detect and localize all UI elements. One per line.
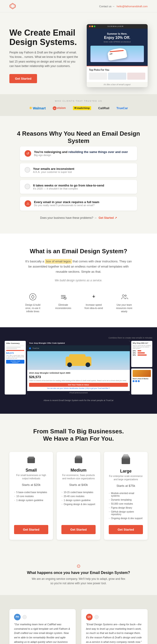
showcase-caption: Above is recent Email Design System work… [5, 396, 152, 404]
showcase-center-panel: Your Jeep Wrangler Offer Code Updated Tr… [27, 341, 130, 394]
logo-invision: invision [53, 106, 66, 110]
plan-small-icon [28, 458, 35, 463]
plan-medium-icon [75, 458, 82, 463]
mockup-brand: SUNWALKER [108, 25, 124, 28]
pricing-features-medium: 10-15 coded base templates 20-40 core mo… [62, 490, 96, 520]
pricing-features-large: Module-oriented email systems Dynamic te… [109, 491, 143, 520]
feature-3: Increase speed from idea-to-send [83, 292, 104, 313]
trusted-section: WHO CLIENTS THAT TRUSTED US ✳ Walmart in… [0, 94, 157, 116]
nav-email[interactable]: hello@fathomanddraft.com [117, 5, 148, 8]
reasons-title: 4 Reasons Why You Need an Email Design S… [9, 130, 148, 144]
testimonial-2-avatar-row: ER [86, 614, 143, 620]
reason-text-1: You're redesigning and rebuilding the sa… [34, 150, 128, 156]
logo-walmart: ✳ Walmart [29, 106, 46, 110]
speed-icon [89, 292, 98, 302]
svg-point-2 [30, 294, 36, 300]
promo-line1: Summer Is Here. [90, 32, 144, 35]
pricing-cards: Small For small businesses or high outpu… [9, 452, 148, 540]
logo-mailchimp: ✉ mailchimp [73, 106, 91, 110]
what-is-para1: It's basically a box of email legos that… [24, 259, 132, 274]
hero-title: We Create Email Design Systems. [9, 28, 80, 46]
svg-marker-1 [11, 4, 14, 8]
eliminate-icon [58, 292, 68, 302]
pricing-cta-small[interactable]: Get Started [14, 525, 48, 534]
svg-rect-3 [61, 295, 66, 296]
nav-contact: Contact us → hello@fathomanddraft.com [99, 4, 148, 8]
design-icon [28, 292, 38, 302]
testimonial-1-avatar-row: PH [14, 614, 71, 620]
testimonial-2-text: "Email Design Systems are—bang for buck—… [86, 622, 143, 644]
faq-icon: ⊙ [9, 563, 148, 569]
logo[interactable] [9, 3, 16, 9]
top-picks-label: Top Picks For You [89, 69, 145, 71]
features-row: Design & build once, re-use it infinite … [9, 292, 148, 313]
showcase-combine-label: Combine them to create new emails in min… [5, 337, 152, 339]
hero-cta-button[interactable]: Get Started [9, 74, 37, 83]
avatar-2: ER [86, 614, 92, 620]
what-is-title: What is an Email Design System? [9, 248, 148, 255]
svg-rect-5 [61, 298, 64, 298]
testimonials-grid: PH "Our marketing team here at CallRail … [9, 609, 148, 644]
svg-point-9 [122, 295, 124, 296]
pricing-cta-large[interactable]: Get Started [109, 525, 143, 534]
pricing-card-large: Large For enterprise scale ecommerce and… [104, 452, 148, 540]
promo-line2: Enjoy 10% Off. [90, 36, 144, 40]
promo-code: Enter code SPRING at checkout [90, 41, 144, 43]
reason-icon-2 [24, 167, 30, 173]
reason-item-2: Your emails are inconsistent A.K.A. your… [20, 163, 137, 177]
reasons-cta-link[interactable]: Get Started ↗ [99, 216, 117, 220]
faq-section: ⊙ What happens once you have your Email … [0, 554, 157, 595]
showcase-section: Combine them to create new emails in min… [0, 327, 157, 414]
feature-4: Use your team resources more wisely [114, 292, 135, 313]
trusted-label: WHO CLIENTS THAT TRUSTED US [9, 100, 148, 102]
testimonials-section: PH "Our marketing team here at CallRail … [0, 595, 157, 644]
reasons-cta: Does your business have these problems? … [9, 216, 148, 220]
pricing-cta-medium[interactable]: Get Started [62, 525, 96, 534]
reason-icon-4: ⚠ [24, 200, 31, 207]
pricing-section: From Small To Big Businesses. We Have a … [0, 414, 157, 554]
svg-point-10 [125, 295, 126, 296]
logo-callrail: CallRail [98, 106, 110, 110]
svg-point-8 [93, 296, 94, 298]
reasons-section: 4 Reasons Why You Need an Email Design S… [0, 116, 157, 234]
plan-large-icon [122, 458, 130, 464]
hero-email-mockup: SUNWALKER Summer Is Here. Enjoy 10% Off.… [87, 24, 148, 87]
email-label: It's like a box of email Legos! [87, 82, 148, 87]
feature-1: Design & build once, re-use it infinite … [22, 292, 43, 313]
nav: Contact us → hello@fathomanddraft.com [0, 0, 157, 12]
reason-text-2: Your emails are inconsistent A.K.A. your… [33, 167, 74, 173]
feature-2: Eliminate inconsistencies [53, 292, 74, 313]
hero-text: We Create Email Design Systems. People s… [9, 28, 80, 83]
reasons-list: ↺ You're redesigning and rebuilding the … [20, 146, 137, 210]
pricing-title: From Small To Big Businesses. We Have a … [9, 428, 148, 442]
reason-icon-1: ↺ [24, 150, 31, 157]
avatar-1: PH [14, 614, 20, 620]
what-is-para2: We build design systems as a service. [24, 278, 132, 283]
reason-icon-3 [24, 184, 30, 189]
hero-description: People say Fathom & Draft are the godfat… [9, 50, 80, 68]
reason-item-4: ⚠ Every email in your stack requires a f… [20, 196, 137, 210]
showcase-left-panel: Offer Summary $26,573 Your offer is good… [5, 341, 26, 394]
pricing-features-small: 5 base-coded base templates 10 core modu… [14, 490, 48, 520]
pricing-card-small: Small For small businesses or high outpu… [9, 452, 53, 540]
team-icon [120, 292, 129, 302]
reason-text-3: It takes weeks or months to go from idea… [33, 184, 104, 190]
testimonial-1: PH "Our marketing team here at CallRail … [9, 609, 76, 644]
faq-desc: We are an ongoing service company. We'll… [32, 577, 125, 586]
testimonial-2: ER "Email Design Systems are—bang for bu… [81, 609, 148, 644]
reason-item-3: It takes weeks or months to go from idea… [20, 180, 137, 194]
testimonial-1-text: "Our marketing team here at CallRail was… [14, 622, 71, 644]
trusted-logos: ✳ Walmart invision ✉ mailchimp CallRail … [9, 106, 148, 110]
reason-text-4: Every email in your stack requires a ful… [34, 200, 99, 206]
svg-line-7 [64, 298, 66, 299]
pricing-card-medium: Medium For ecommerce, Saas products and … [57, 452, 100, 540]
reason-item-1: ↺ You're redesigning and rebuilding the … [20, 146, 137, 160]
highlight-legos: box of email legos [45, 259, 72, 264]
logo-truecar: TrueCar [116, 106, 128, 110]
faq-title: What happens once you have your Email De… [9, 571, 148, 575]
hero-section: We Create Email Design Systems. People s… [0, 12, 157, 94]
what-is-section: What is an Email Design System? It's bas… [0, 234, 157, 327]
showcase-right-panels: Why Shop With Us? Here is some info for … [131, 341, 152, 394]
